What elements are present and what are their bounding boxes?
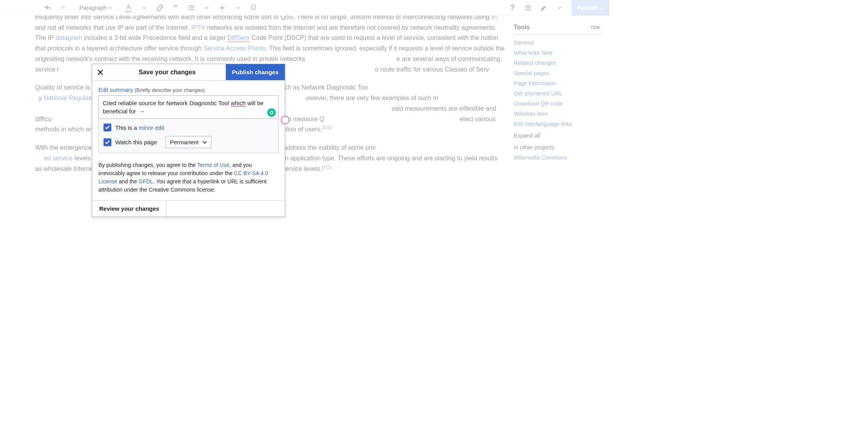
arrow-icon: → — [139, 108, 145, 115]
edit-summary-link[interactable]: Edit summary — [98, 87, 133, 93]
grammarly-icon[interactable] — [267, 108, 276, 117]
minor-edit-checkbox[interactable] — [104, 124, 111, 131]
review-changes-button[interactable]: Review your changes — [92, 201, 166, 217]
terms-link[interactable]: Terms of Use — [197, 162, 229, 168]
publish-changes-button[interactable]: Publish changes — [226, 64, 285, 80]
close-dialog-button[interactable] — [92, 64, 109, 80]
chevron-down-icon — [202, 140, 207, 145]
watch-page-label: Watch this page — [115, 139, 157, 145]
loading-ring-icon — [281, 116, 289, 124]
edit-summary-input[interactable]: Cited reliable source for Network Diagno… — [98, 95, 279, 119]
modal-overlay: Save your changes Publish changes Edit s… — [0, 0, 609, 305]
watch-duration-select[interactable]: Permanent — [166, 136, 211, 148]
legal-text: By publishing changes, you agree to the … — [92, 157, 285, 200]
minor-edit-link[interactable]: minor edit — [139, 124, 164, 131]
summary-hint: (Briefly describe your changes) — [135, 87, 205, 93]
gfdl-link[interactable]: GFDL — [139, 178, 153, 185]
watch-page-checkbox[interactable] — [104, 138, 111, 146]
dialog-title: Save your changes — [109, 64, 226, 80]
save-dialog: Save your changes Publish changes Edit s… — [92, 64, 285, 217]
